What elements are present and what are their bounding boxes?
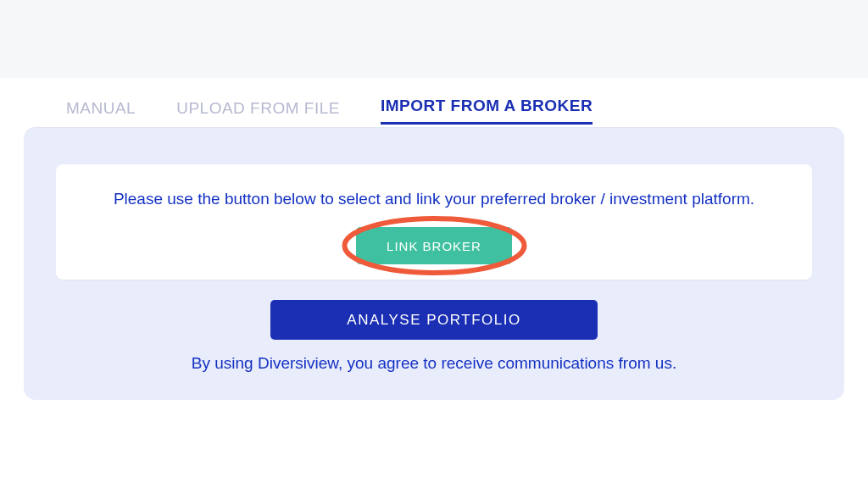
tab-import-from-broker[interactable]: IMPORT FROM A BROKER (381, 97, 593, 125)
import-panel: Please use the button below to select an… (24, 127, 844, 400)
analyse-portfolio-button[interactable]: ANALYSE PORTFOLIO (270, 300, 598, 340)
app-root: MANUAL UPLOAD FROM FILE IMPORT FROM A BR… (0, 0, 868, 488)
tab-upload-from-file[interactable]: UPLOAD FROM FILE (176, 99, 340, 125)
instruction-text: Please use the button below to select an… (114, 190, 754, 208)
tab-manual[interactable]: MANUAL (66, 99, 136, 125)
agreement-text: By using Diversiview, you agree to recei… (24, 354, 844, 373)
import-method-tabs: MANUAL UPLOAD FROM FILE IMPORT FROM A BR… (66, 97, 593, 125)
link-broker-button[interactable]: LINK BROKER (356, 227, 512, 264)
link-broker-wrap: LINK BROKER (356, 227, 512, 264)
